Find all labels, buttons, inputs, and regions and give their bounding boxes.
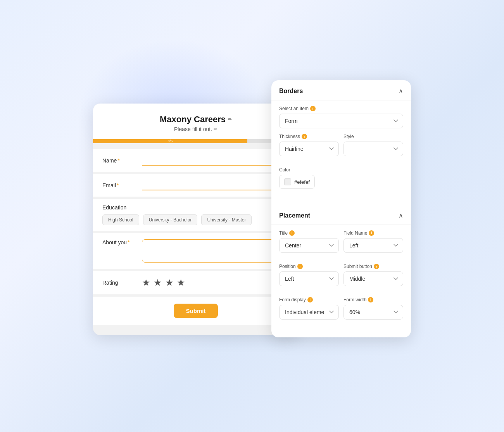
select-item-dropdown[interactable]: Form Field Button (279, 114, 403, 128)
submit-button-info-icon: i (374, 264, 379, 269)
edu-option-bachelor[interactable]: University - Bachelor (143, 214, 198, 225)
thickness-group: Thickness i Hairline 1px 2px (279, 134, 339, 156)
stars-container: ★ ★ ★ ★ (142, 277, 185, 288)
borders-title: Borders (279, 88, 303, 95)
form-width-info-icon: i (368, 297, 373, 302)
field-name-group: Field Name i Left Center Right (343, 230, 403, 253)
form-display-info-icon: i (307, 297, 313, 302)
position-group: Position i Left Center Right (279, 264, 339, 286)
placement-section-header: Placement ∧ (271, 205, 411, 225)
section-divider (271, 203, 411, 203)
email-label: Email* (102, 182, 137, 188)
progress-bar-wrap: 3/5 (93, 139, 299, 143)
color-field[interactable]: #efefef (279, 175, 315, 189)
title-align-info-icon: i (289, 230, 295, 236)
education-label: Education (102, 204, 289, 211)
color-swatch (284, 178, 291, 185)
thickness-style-row: Thickness i Hairline 1px 2px Style Solid… (279, 134, 403, 162)
style-label: Style (343, 134, 403, 139)
title-align-label: Title i (279, 230, 339, 236)
placement-section-body: Title i Center Left Right Field Name i (271, 225, 411, 337)
select-item-label: Select an item i (279, 106, 403, 111)
position-submit-row: Position i Left Center Right Submit butt… (279, 264, 403, 292)
form-display-group: Form display i Individual eleme All elem… (279, 297, 339, 320)
form-subtitle-row: Please fill it out. ✏ (101, 126, 291, 132)
style-group: Style Solid Dashed (343, 134, 403, 156)
name-field-row: Name* (93, 149, 299, 172)
star-1[interactable]: ★ (142, 277, 150, 288)
progress-bar-fill: 3/5 (93, 139, 247, 143)
form-width-label: Form width i (343, 297, 403, 302)
rating-label: Rating (102, 280, 137, 286)
thickness-label: Thickness i (279, 134, 339, 139)
title-fieldname-row: Title i Center Left Right Field Name i (279, 230, 403, 258)
position-dropdown[interactable]: Left Center Right (279, 271, 339, 286)
color-label: Color (279, 167, 403, 173)
edu-option-highschool[interactable]: High School (102, 214, 139, 225)
panel-card: Borders ∧ Select an item i Form Field Bu… (271, 80, 411, 337)
email-required: * (117, 182, 119, 188)
submit-button-label: Submit button i (343, 264, 403, 269)
education-field-row: Education High School University - Bache… (93, 199, 299, 231)
field-name-dropdown[interactable]: Left Center Right (343, 238, 403, 253)
about-label: About you* (102, 239, 137, 245)
about-textarea[interactable] (142, 239, 289, 263)
form-width-group: Form width i 60% 80% 100% (343, 297, 403, 320)
style-dropdown[interactable]: Solid Dashed (343, 142, 403, 156)
title-align-group: Title i Center Left Right (279, 230, 339, 253)
title-align-dropdown[interactable]: Center Left Right (279, 238, 339, 253)
star-3[interactable]: ★ (165, 277, 174, 288)
name-required: * (117, 157, 119, 164)
email-input[interactable] (142, 180, 289, 190)
subtitle-edit-icon[interactable]: ✏ (214, 126, 217, 132)
form-body: Name* Email* Education High School Unive… (93, 143, 299, 325)
borders-collapse-icon[interactable]: ∧ (399, 87, 403, 95)
form-card: Maxony Careers ✏ Please fill it out. ✏ 3… (93, 104, 299, 335)
submit-button-group: Submit button i Middle Left Right (343, 264, 403, 286)
placement-collapse-icon[interactable]: ∧ (399, 212, 403, 219)
field-name-info-icon: i (369, 230, 374, 236)
title-edit-icon[interactable]: ✏ (228, 117, 232, 122)
email-field-row: Email* (93, 174, 299, 197)
star-4[interactable]: ★ (177, 277, 185, 288)
form-title-row: Maxony Careers ✏ (101, 114, 291, 124)
name-label: Name* (102, 157, 137, 164)
color-group: Color #efefef (279, 167, 403, 189)
education-options: High School University - Bachelor Univer… (102, 214, 289, 225)
select-item-group: Select an item i Form Field Button (279, 106, 403, 128)
position-info-icon: i (297, 264, 303, 269)
formdisplay-formwidth-row: Form display i Individual eleme All elem… (279, 297, 403, 325)
star-2[interactable]: ★ (154, 277, 162, 288)
edu-option-master[interactable]: University - Master (201, 214, 252, 225)
submit-row: Submit (93, 297, 299, 325)
field-name-label: Field Name i (343, 230, 403, 236)
about-field-row: About you* (93, 233, 299, 269)
rating-field-row: Rating ★ ★ ★ ★ (93, 271, 299, 294)
submit-button[interactable]: Submit (174, 304, 218, 318)
form-subtitle-text: Please fill it out. (174, 126, 212, 132)
form-header: Maxony Careers ✏ Please fill it out. ✏ (93, 104, 299, 139)
thickness-dropdown[interactable]: Hairline 1px 2px (279, 142, 339, 156)
position-label: Position i (279, 264, 339, 269)
select-item-info-icon: i (310, 106, 316, 111)
progress-label: 3/5 (167, 139, 173, 143)
form-width-dropdown[interactable]: 60% 80% 100% (343, 305, 403, 320)
color-value: #efefef (294, 179, 310, 185)
name-input[interactable] (142, 156, 289, 166)
placement-title: Placement (279, 212, 310, 219)
thickness-info-icon: i (302, 134, 307, 139)
borders-section-header: Borders ∧ (271, 80, 411, 100)
about-required: * (128, 239, 129, 245)
form-title-text: Maxony Careers (160, 114, 226, 124)
form-display-label: Form display i (279, 297, 339, 302)
submit-button-dropdown[interactable]: Middle Left Right (343, 271, 403, 286)
borders-section-body: Select an item i Form Field Button Thick… (271, 100, 411, 201)
form-display-dropdown[interactable]: Individual eleme All elements (279, 305, 339, 320)
